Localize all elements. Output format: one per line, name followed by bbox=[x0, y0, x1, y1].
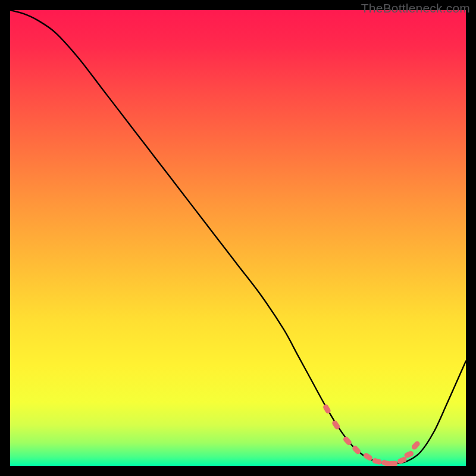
optimal-range-markers bbox=[322, 403, 421, 466]
marker-dot bbox=[411, 440, 421, 451]
watermark-text: TheBottleneck.com bbox=[361, 1, 470, 15]
marker-dot bbox=[388, 461, 397, 466]
bottleneck-curve bbox=[10, 10, 466, 464]
curve-layer bbox=[10, 10, 466, 466]
marker-dot bbox=[372, 458, 383, 465]
chart-frame: TheBottleneck.com bbox=[0, 0, 476, 476]
plot-area bbox=[10, 10, 466, 466]
